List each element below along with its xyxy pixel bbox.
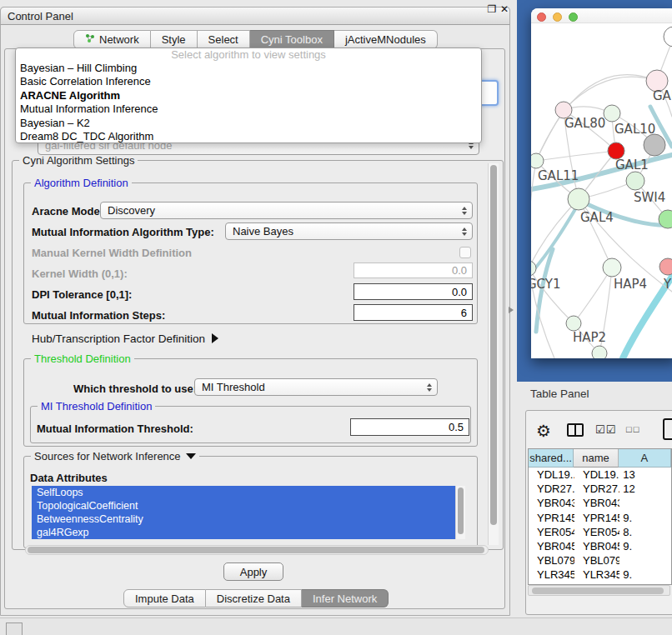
table-row[interactable]: YDL19...YDL19...13 (529, 468, 671, 482)
tab-jactivemnodules[interactable]: jActiveMNodules (334, 30, 438, 49)
table-horizontal-scrollbar[interactable] (528, 585, 670, 596)
table-row[interactable]: YBL079WYBL079W (529, 553, 671, 568)
tab-cyni-toolbox[interactable]: Cyni Toolbox (250, 30, 334, 49)
tab-label: jActiveMNodules (345, 33, 426, 46)
splitter-collapse-arrow-icon[interactable] (509, 307, 514, 313)
network-node[interactable] (531, 261, 536, 276)
table-cell: 12 (619, 482, 671, 496)
table-cell (619, 496, 671, 510)
hide-columns-unchecked-icon[interactable]: □□ (626, 424, 640, 434)
network-edge (531, 201, 580, 276)
network-node[interactable] (568, 188, 589, 210)
column-header-a[interactable]: A (619, 449, 671, 468)
zoom-traffic-light-icon[interactable] (569, 12, 578, 22)
table-function-icon[interactable] (663, 418, 672, 440)
attribute-item-gal4rgexp[interactable]: gal4RGexp (32, 526, 465, 539)
network-node[interactable] (644, 134, 665, 156)
algorithm-option-dream8-dc-tdc-algorithm[interactable]: Dream8 DC_TDC Algorithm (16, 130, 481, 143)
mi-algorithm-type-combobox[interactable]: Naive Bayes (225, 222, 473, 240)
aracne-mode-combobox[interactable]: Discovery (100, 202, 473, 219)
network-node-label: HAP4 (614, 277, 647, 292)
manual-kernel-width-checkbox[interactable] (459, 247, 471, 258)
split-columns-icon[interactable] (567, 423, 584, 437)
table-cell: YPR145W (574, 511, 619, 525)
dpi-tolerance-label: DPI Tolerance [0,1]: (32, 288, 132, 301)
network-node[interactable] (626, 172, 644, 190)
algorithm-option-basic-correlation-inference[interactable]: Basic Correlation Inference (16, 75, 481, 88)
network-node-label: Y (663, 277, 672, 292)
kernel-width-field[interactable]: 0.0 (354, 262, 473, 278)
attribute-item-topologicalcoefficient[interactable]: TopologicalCoefficient (32, 499, 465, 512)
table-cell: YLR345W (574, 568, 619, 582)
algorithm-definition-title: Algorithm Definition (31, 177, 132, 189)
attribute-item-betweennesscentrality[interactable]: BetweennessCentrality (32, 512, 465, 526)
attributes-list-scrollbar-thumb[interactable] (458, 488, 464, 534)
algorithm-option-bayesian-hill-climbing[interactable]: Bayesian – Hill Climbing (16, 62, 481, 75)
settings-vertical-scrollbar[interactable] (488, 163, 499, 545)
collapsed-arrow-icon[interactable] (212, 333, 218, 343)
hub-definition-toggle[interactable]: Hub/Transcription Factor Definition (32, 332, 218, 345)
network-node[interactable] (531, 153, 544, 168)
network-node[interactable] (608, 142, 624, 159)
control-panel-titlebar[interactable]: Control Panel (0, 7, 510, 25)
network-node[interactable] (566, 316, 581, 331)
close-traffic-light-icon[interactable] (537, 12, 546, 22)
network-node[interactable] (659, 258, 672, 275)
table-cell: 13 (619, 468, 671, 482)
tab-infer-network[interactable]: Infer Network (302, 589, 389, 608)
table-row[interactable]: YLR345WYLR345W9. (529, 568, 671, 582)
attributes-list-scrollbar[interactable] (455, 486, 465, 539)
table-cell: 9. (619, 539, 671, 553)
table-row[interactable]: YBR043CYBR043C (529, 496, 671, 510)
algorithm-option-mutual-information-inference[interactable]: Mutual Information Inference (16, 102, 481, 116)
tab-discretize-data[interactable]: Discretize Data (206, 589, 302, 608)
mi-threshold-field[interactable]: 0.5 (350, 418, 469, 436)
table-row[interactable]: YPR145WYPR145W9. (529, 511, 671, 525)
threshold-definition-title: Threshold Definition (31, 352, 134, 365)
network-node[interactable] (664, 27, 672, 47)
algorithm-dropdown-popup: Select algorithm to view settings Bayesi… (15, 48, 482, 143)
table-row[interactable]: YER054CYER054C8. (529, 525, 671, 539)
table-row[interactable]: YDR27...YDR27...12 (529, 482, 671, 496)
which-threshold-label: Which threshold to use: (73, 382, 197, 395)
column-header-shared[interactable]: shared... (529, 449, 574, 468)
data-attributes-list[interactable]: SelfLoopsTopologicalCoefficientBetweenne… (32, 486, 465, 539)
network-node-label: GAL11 (538, 168, 579, 183)
table-cell: YLR345W (529, 568, 574, 582)
tab-impute-data[interactable]: Impute Data (123, 589, 206, 608)
dpi-tolerance-field[interactable]: 0.0 (354, 283, 473, 300)
table-cell: 8. (619, 525, 671, 539)
network-canvas[interactable]: GALGAL80GAL10GAL1GAL11SWI4GAL4GCY1HAP4YH… (531, 23, 672, 358)
table-cell (619, 553, 671, 568)
table-row[interactable]: YBR045CYBR045C9. (529, 539, 671, 553)
tab-label: Select (208, 33, 238, 46)
mi-steps-label: Mutual Information Steps: (32, 309, 165, 322)
minimize-traffic-light-icon[interactable] (553, 12, 562, 22)
settings-horizontal-scrollbar-thumb[interactable] (28, 547, 484, 553)
close-panel-icon[interactable]: ✕ (499, 3, 510, 15)
network-node[interactable] (592, 346, 607, 358)
table-horizontal-scrollbar-thumb[interactable] (532, 588, 664, 594)
gear-icon[interactable]: ⚙ (536, 421, 551, 441)
apply-button[interactable]: Apply (223, 562, 283, 581)
attribute-item-selfloops[interactable]: SelfLoops (32, 486, 465, 499)
tab-network[interactable]: Network (73, 30, 151, 49)
show-columns-checked-icon[interactable]: ☑☑ (595, 423, 616, 436)
settings-horizontal-scrollbar[interactable] (25, 545, 489, 555)
resize-grip-icon[interactable] (6, 622, 23, 635)
which-threshold-combobox[interactable]: MI Threshold (194, 378, 438, 396)
expanded-arrow-icon[interactable] (186, 453, 196, 459)
tab-style[interactable]: Style (151, 30, 198, 49)
network-node[interactable] (603, 258, 621, 277)
float-panel-icon[interactable]: ❐ (486, 3, 498, 15)
settings-vertical-scrollbar-thumb[interactable] (490, 165, 497, 525)
table-header-row: shared...nameA (529, 449, 671, 468)
network-node-label: SWI4 (634, 190, 665, 205)
algorithm-option-bayesian-k2[interactable]: Bayesian – K2 (16, 117, 481, 130)
tab-select[interactable]: Select (198, 30, 250, 49)
network-node[interactable] (604, 105, 620, 122)
mi-steps-field[interactable]: 6 (354, 304, 473, 321)
algorithm-option-aracne-algorithm[interactable]: ARACNE Algorithm (16, 89, 481, 102)
table-cell: YBL079W (529, 553, 574, 568)
column-header-name[interactable]: name (574, 449, 619, 468)
